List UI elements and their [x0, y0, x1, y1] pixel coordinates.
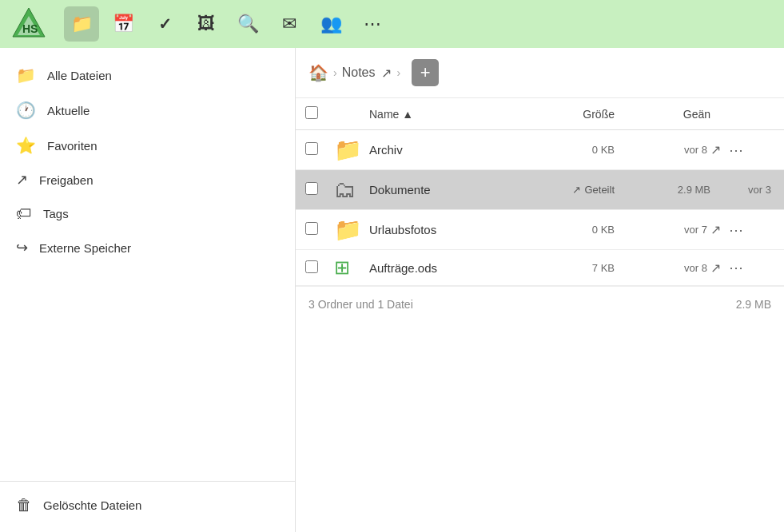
file-date-urlaubsfotos: vor 7 [615, 224, 710, 236]
header-modified: Geän [615, 108, 710, 121]
row-checkbox-auftrage[interactable] [305, 260, 334, 276]
checkbox-urlaubsfotos[interactable] [305, 222, 318, 235]
content-area: 🏠 › Notes ↗ › + Name ▲ Größe Geän [296, 48, 784, 532]
breadcrumb-chevron-2: › [396, 66, 400, 79]
add-button[interactable]: + [412, 59, 439, 86]
sidebar-label-all-files: Alle Dateien [47, 69, 112, 82]
file-table: Name ▲ Größe Geän 📁 Archiv 0 KB vor 8 [296, 98, 784, 532]
file-date-dokumente: vor 3 [710, 184, 774, 196]
sidebar-label-deleted: Gelöschte Dateien [43, 498, 141, 512]
contacts-nav-button[interactable]: 👥 [313, 6, 348, 42]
sidebar-label-shares: Freigaben [39, 173, 94, 187]
sidebar-label-tags: Tags [43, 207, 69, 220]
more-icon-archiv[interactable]: ⋯ [729, 141, 743, 159]
file-actions-urlaubsfotos: ↗ ⋯ [710, 221, 774, 239]
mail-nav-button[interactable]: ✉ [272, 6, 307, 42]
file-size-dokumente-val: 2.9 MB [615, 184, 710, 196]
file-icon-urlaubsfotos: 📁 [334, 216, 369, 243]
share-icon-auftrage[interactable]: ↗ [710, 260, 721, 276]
share-icon-archiv[interactable]: ↗ [710, 142, 721, 157]
breadcrumb-share-icon[interactable]: ↗ [381, 66, 392, 81]
checkbox-dokumente[interactable] [305, 182, 318, 195]
more-nav-button[interactable]: ⋯ [355, 6, 390, 42]
file-date-archiv: vor 8 [615, 144, 710, 156]
row-checkbox-archiv[interactable] [305, 142, 334, 157]
file-name-auftrage: Aufträge.ods [369, 261, 519, 275]
file-icon-dokumente: 🗂 [334, 177, 369, 203]
breadcrumb: 🏠 › Notes ↗ › + [296, 48, 784, 98]
sidebar-item-external[interactable]: ↪ Externe Speicher [0, 231, 295, 264]
row-checkbox-dokumente[interactable] [305, 182, 334, 197]
folder-icon: 📁 [16, 66, 36, 85]
file-size-urlaubsfotos: 0 KB [519, 224, 615, 236]
shared-icon: ↗ [572, 184, 581, 196]
sidebar: 📁 Alle Dateien 🕐 Aktuelle ⭐ Favoriten ↗ … [0, 48, 296, 532]
header-size: Größe [519, 108, 615, 121]
file-icon-archiv: 📁 [334, 137, 369, 163]
footer-total-size: 2.9 MB [736, 298, 771, 311]
table-row[interactable]: 🗂 Dokumente ↗ Geteilt 2.9 MB vor 3 [296, 170, 784, 210]
sidebar-item-shares[interactable]: ↗ Freigaben [0, 163, 295, 197]
file-name-archiv: Archiv [369, 143, 519, 157]
table-row[interactable]: 📁 Urlaubsfotos 0 KB vor 7 ↗ ⋯ [296, 210, 784, 250]
sidebar-label-external: Externe Speicher [39, 241, 131, 255]
sidebar-item-recent[interactable]: 🕐 Aktuelle [0, 93, 295, 128]
table-header: Name ▲ Größe Geän [296, 98, 784, 130]
calendar-nav-button[interactable]: 📅 [105, 6, 141, 42]
file-size-archiv: 0 KB [519, 144, 615, 156]
sidebar-item-deleted[interactable]: 🗑 Gelöschte Dateien [0, 488, 295, 522]
more-icon-urlaubsfotos[interactable]: ⋯ [729, 221, 743, 239]
files-nav-button[interactable]: 📁 [64, 6, 99, 42]
file-name-dokumente: Dokumente [369, 183, 519, 197]
table-footer: 3 Ordner und 1 Datei 2.9 MB [296, 286, 784, 322]
app-logo[interactable]: HS [8, 3, 50, 45]
table-row[interactable]: 📁 Archiv 0 KB vor 8 ↗ ⋯ [296, 130, 784, 170]
file-date-auftrage: vor 8 [615, 262, 710, 274]
sidebar-item-favorites[interactable]: ⭐ Favoriten [0, 128, 295, 163]
file-actions-auftrage: ↗ ⋯ [710, 259, 774, 276]
row-checkbox-urlaubsfotos[interactable] [305, 222, 334, 237]
table-row[interactable]: ⊞ Aufträge.ods 7 KB vor 8 ↗ ⋯ [296, 250, 784, 286]
file-size-auftrage: 7 KB [519, 262, 615, 274]
top-navigation: HS 📁 📅 ✓ 🖼 🔍 ✉ 👥 ⋯ [0, 0, 784, 48]
checkbox-archiv[interactable] [305, 142, 318, 155]
tasks-nav-button[interactable]: ✓ [147, 6, 182, 42]
trash-icon: 🗑 [16, 496, 32, 514]
breadcrumb-chevron-1: › [333, 66, 337, 79]
svg-text:HS: HS [22, 22, 38, 35]
photos-nav-button[interactable]: 🖼 [189, 6, 224, 42]
header-name[interactable]: Name ▲ [369, 108, 519, 121]
share-icon-urlaubsfotos[interactable]: ↗ [710, 222, 721, 237]
clock-icon: 🕐 [16, 101, 36, 120]
tag-icon: 🏷 [16, 204, 32, 223]
shared-badge-dokumente: ↗ Geteilt [572, 184, 615, 196]
sidebar-label-favorites: Favoriten [47, 139, 98, 153]
sidebar-item-tags[interactable]: 🏷 Tags [0, 197, 295, 231]
sort-icon: ▲ [402, 108, 413, 121]
file-icon-auftrage: ⊞ [334, 256, 369, 279]
share-icon: ↗ [16, 171, 28, 189]
external-icon: ↪ [16, 239, 28, 256]
file-name-urlaubsfotos: Urlaubsfotos [369, 223, 519, 236]
more-icon-auftrage[interactable]: ⋯ [729, 259, 743, 276]
file-size-dokumente: ↗ Geteilt [519, 184, 615, 196]
file-actions-archiv: ↗ ⋯ [710, 141, 774, 159]
sidebar-bottom: 🗑 Gelöschte Dateien [0, 481, 295, 522]
star-icon: ⭐ [16, 136, 36, 155]
checkbox-auftrage[interactable] [305, 260, 318, 273]
home-icon[interactable]: 🏠 [308, 63, 328, 82]
sidebar-label-recent: Aktuelle [47, 104, 90, 117]
breadcrumb-notes[interactable]: Notes [342, 66, 376, 80]
select-all-checkbox[interactable] [305, 106, 334, 121]
sidebar-item-all-files[interactable]: 📁 Alle Dateien [0, 58, 295, 93]
main-area: 📁 Alle Dateien 🕐 Aktuelle ⭐ Favoriten ↗ … [0, 48, 784, 532]
select-all-input[interactable] [305, 106, 318, 119]
search-nav-button[interactable]: 🔍 [230, 6, 265, 42]
footer-summary: 3 Ordner und 1 Datei [308, 298, 413, 311]
